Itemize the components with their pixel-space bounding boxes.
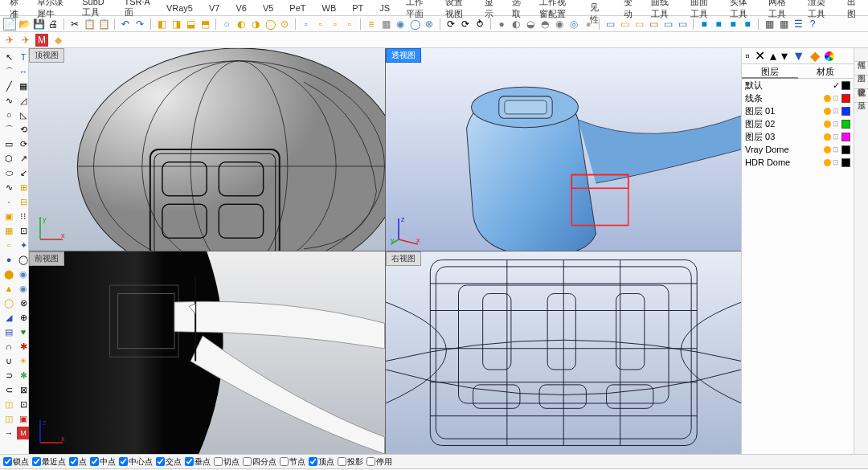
filter-icon[interactable]: ▼	[792, 49, 805, 63]
ellipse-tool-icon[interactable]: ⬭	[2, 166, 15, 179]
tool-icon[interactable]: ⟳	[444, 18, 457, 31]
color-swatch[interactable]	[841, 145, 850, 154]
point-tool-icon[interactable]: ·	[2, 195, 15, 208]
tool-icon[interactable]: ⬒	[199, 18, 211, 31]
snap-checkbox[interactable]	[214, 457, 223, 466]
polygon-tool-icon[interactable]: ⬡	[2, 152, 15, 165]
side-tab-props[interactable]: 属性	[854, 48, 868, 62]
lock-icon[interactable]: ⊡	[833, 121, 840, 128]
viewport-label-right[interactable]: 右视图	[386, 251, 421, 266]
cylinder-tool-icon[interactable]: ⬤	[2, 268, 15, 280]
snap-toggle[interactable]: 中点	[90, 456, 116, 468]
tool-icon[interactable]: ▫	[343, 18, 356, 31]
menu-item[interactable]: 出图	[839, 0, 866, 22]
tool-icon[interactable]: ◧	[155, 18, 168, 31]
lasso-tool-icon[interactable]: ⌒	[2, 65, 15, 78]
tool-icon[interactable]: ⬓	[184, 18, 197, 31]
snap-checkbox[interactable]	[309, 457, 317, 466]
down-icon[interactable]: ▾	[781, 48, 788, 63]
lock-icon[interactable]: ⊡	[833, 159, 840, 166]
tool-icon[interactable]: ■	[712, 18, 725, 31]
snap-toggle[interactable]: 切点	[214, 456, 240, 468]
lock-icon[interactable]: ⊡	[833, 133, 840, 141]
help-icon[interactable]: ?	[806, 18, 819, 31]
plane-icon[interactable]: ✈	[3, 34, 16, 47]
viewport-top[interactable]: 顶视图	[29, 48, 385, 251]
snap-toggle[interactable]: 投影	[338, 456, 363, 468]
bulb-icon[interactable]	[824, 146, 831, 153]
cursor-tool-icon[interactable]: ↖	[2, 51, 15, 63]
tool-icon[interactable]: ▤	[2, 325, 15, 338]
lock-icon[interactable]: ⊡	[833, 146, 840, 153]
snap-checkbox[interactable]	[3, 457, 12, 466]
tab-layers[interactable]: 图层	[742, 64, 798, 79]
arc-tool-icon[interactable]: ⌒	[2, 123, 15, 136]
layers-icon[interactable]: ≡	[365, 18, 378, 31]
bulb-icon[interactable]	[824, 159, 831, 166]
dim-tool-icon[interactable]: ↔	[17, 65, 30, 78]
tool-icon[interactable]: ◉	[17, 282, 30, 295]
menu-item[interactable]: PT	[344, 2, 371, 14]
shade-icon[interactable]: ◒	[524, 18, 537, 31]
bulb-icon[interactable]	[824, 133, 831, 141]
menu-item[interactable]: V7	[201, 2, 227, 14]
up-icon[interactable]: ▴	[770, 48, 776, 63]
layer-row[interactable]: 默认 ✓	[742, 79, 854, 92]
shade-icon[interactable]: ◓	[538, 18, 551, 31]
tool-icon[interactable]: ⊡	[17, 398, 30, 411]
tool-icon[interactable]: ∩	[2, 340, 15, 353]
open-icon[interactable]: 📂	[18, 18, 31, 31]
tool-icon[interactable]: ▭	[676, 18, 689, 31]
tool-icon[interactable]: ◿	[17, 94, 30, 107]
color-swatch[interactable]	[841, 120, 850, 129]
text-tool-icon[interactable]: T	[17, 51, 30, 63]
menu-item[interactable]: JS	[371, 2, 398, 14]
redo-icon[interactable]: ↷	[133, 18, 146, 31]
new-layer-icon[interactable]: ▫	[745, 49, 750, 63]
snap-toggle[interactable]: 四分点	[243, 456, 276, 468]
layer-row[interactable]: 图层 03 ⊡	[742, 130, 854, 143]
layer-row[interactable]: 图层 02 ⊡	[742, 117, 854, 130]
undo-icon[interactable]: ↶	[119, 18, 132, 31]
menu-item[interactable]: PeT	[281, 2, 313, 14]
torus-tool-icon[interactable]: ◯	[2, 296, 15, 309]
tool-icon[interactable]: ▫	[329, 18, 342, 31]
curve-tool-icon[interactable]: ∿	[2, 181, 15, 194]
tool-icon[interactable]: ◺	[17, 108, 30, 121]
tool-icon[interactable]: ⊃	[2, 369, 15, 382]
rect-tool-icon[interactable]: ▭	[2, 137, 15, 150]
shade-icon[interactable]: ●	[495, 18, 508, 31]
tool-icon[interactable]: ◆	[51, 34, 64, 47]
tool-icon[interactable]: ■	[741, 18, 754, 31]
tool-icon[interactable]: ⥁	[473, 18, 486, 31]
tool-icon[interactable]: ◯	[17, 253, 30, 266]
print-icon[interactable]: 🖨	[47, 18, 59, 31]
tool-icon[interactable]: ◫	[2, 412, 15, 425]
snap-checkbox[interactable]	[90, 457, 99, 466]
tool-icon[interactable]: ⊟	[17, 195, 30, 208]
snap-checkbox[interactable]	[32, 457, 41, 466]
tool-icon[interactable]: ∪	[2, 354, 15, 367]
snap-toggle[interactable]: 交点	[156, 456, 182, 468]
box-tool-icon[interactable]: ▫	[2, 239, 15, 251]
side-tab-views[interactable]: 记录视窗	[854, 76, 868, 89]
snap-toggle[interactable]: 停用	[366, 456, 392, 468]
tool-icon[interactable]: ▣	[2, 210, 15, 223]
delete-icon[interactable]: ✕	[755, 48, 765, 63]
tool-icon[interactable]: ☀	[17, 354, 30, 367]
mail-icon[interactable]: M	[35, 34, 48, 47]
viewport-label-perspective[interactable]: 透视图	[386, 48, 421, 63]
line-tool-icon[interactable]: ╱	[2, 80, 15, 92]
tool-icon[interactable]: ◯	[264, 18, 276, 31]
hatch-tool-icon[interactable]: ▦	[17, 80, 30, 92]
snap-toggle[interactable]: 锁点	[3, 456, 29, 468]
menu-item[interactable]: VRay5	[158, 2, 201, 14]
layer-row[interactable]: 线条 ⊡	[742, 92, 854, 104]
tool-icon[interactable]: ▦	[763, 18, 776, 31]
layer-row[interactable]: HDR Dome ⊡	[742, 156, 854, 169]
layer-row[interactable]: 图层 01 ⊡	[742, 104, 854, 117]
array-tool-icon[interactable]: ⁝⁝	[17, 210, 30, 223]
bulb-icon[interactable]	[824, 121, 831, 128]
lock-icon[interactable]: ⊡	[833, 108, 840, 115]
side-tab-display[interactable]: 显示	[854, 89, 868, 103]
